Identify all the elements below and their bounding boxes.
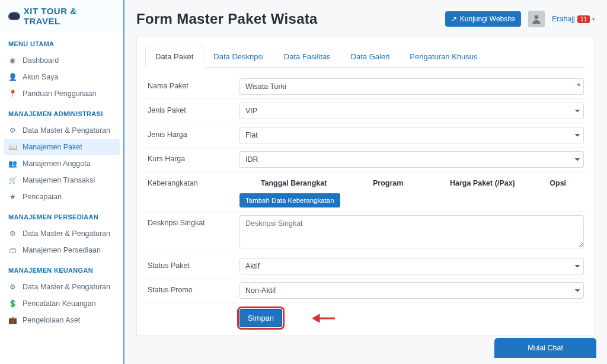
- menu-icon: 📍: [8, 90, 17, 98]
- menu-label: Panduan Penggunaan: [23, 90, 96, 98]
- status-paket-label: Status Paket: [148, 258, 239, 270]
- brand-text: XIT TOUR & TRAVEL: [24, 6, 115, 26]
- menu-label: Data Master & Pengaturan: [23, 283, 110, 291]
- brand-icon: [8, 12, 20, 20]
- menu-icon: 👤: [8, 73, 17, 81]
- jenis-paket-select[interactable]: VIP: [239, 103, 584, 119]
- menu-icon: 📖: [8, 143, 17, 151]
- external-link-icon: ↗: [451, 15, 457, 23]
- visit-website-button[interactable]: ↗ Kunjungi Website: [445, 11, 521, 27]
- sidebar-item[interactable]: ◉Dashboard: [0, 52, 123, 69]
- tab[interactable]: Data Fasilitas: [274, 46, 341, 68]
- sidebar-item[interactable]: 👥Manajemen Anggota: [0, 155, 123, 172]
- jenis-harga-label: Jenis Harga: [148, 127, 239, 139]
- kurs-select[interactable]: IDR: [239, 151, 584, 168]
- sidebar-item[interactable]: 💲Pencatatan Keuangan: [0, 295, 123, 312]
- menu-icon: ◉: [8, 56, 17, 65]
- brand[interactable]: XIT TOUR & TRAVEL: [0, 0, 123, 32]
- user-menu[interactable]: Erahajj 11 ▾: [552, 15, 595, 23]
- menu-label: Pengelolaan Aset: [23, 316, 80, 324]
- required-mark: *: [577, 81, 580, 91]
- sidebar-item[interactable]: 🛒Manajemen Transaksi: [0, 172, 123, 189]
- menu-label: Manajemen Transaksi: [23, 176, 95, 184]
- menu-label: Manajemen Anggota: [23, 159, 91, 168]
- keberangkatan-label: Keberangkatan: [148, 175, 239, 187]
- menu-label: Pencapaian: [23, 193, 62, 201]
- menu-label: Manajemen Persediaan: [23, 246, 101, 254]
- arrow-annotation: [311, 311, 336, 327]
- status-promo-select[interactable]: Non-Aktif: [239, 282, 584, 299]
- sidebar-item[interactable]: ⚙Data Master & Pengaturan: [0, 122, 123, 139]
- nama-paket-label: Nama Paket: [148, 78, 239, 90]
- sidebar-item[interactable]: 🗃Manajemen Persediaan: [0, 242, 123, 258]
- simpan-button[interactable]: Simpan: [239, 309, 282, 327]
- kurs-label: Kurs Harga: [148, 151, 239, 163]
- menu-section-title: MANAJEMEN PERSEDIAAN: [0, 205, 123, 225]
- nama-paket-input[interactable]: [239, 78, 584, 95]
- sidebar-item[interactable]: 💼Pengelolaan Aset: [0, 312, 123, 328]
- avatar[interactable]: [528, 11, 545, 27]
- menu-label: Data Master & Pengaturan: [23, 126, 110, 135]
- menu-section-title: MENU UTAMA: [0, 32, 123, 52]
- tab[interactable]: Pengaturan Khusus: [400, 46, 487, 68]
- status-paket-select[interactable]: Aktif: [239, 258, 584, 274]
- tab[interactable]: Data Deskripsi: [203, 46, 274, 68]
- menu-icon: ⚙: [8, 229, 17, 238]
- sidebar-item[interactable]: ⚙Data Master & Pengaturan: [0, 279, 123, 295]
- notification-badge: 11: [577, 15, 590, 23]
- deskripsi-label: Deskripsi Singkat: [148, 215, 239, 227]
- menu-icon: 👥: [8, 159, 17, 168]
- menu-label: Pencatatan Keuangan: [23, 299, 96, 308]
- menu-icon: ★: [8, 193, 17, 201]
- tambah-keberangkatan-button[interactable]: Tambah Data Keberangkatan: [239, 193, 340, 207]
- departure-table-header: Tanggal Berangkat Program Harga Paket (/…: [239, 175, 584, 193]
- sidebar-item[interactable]: 📖Manajemen Paket: [4, 139, 120, 155]
- menu-icon: 🛒: [8, 176, 17, 184]
- tab[interactable]: Data Paket: [145, 46, 203, 68]
- sidebar-item[interactable]: ⚙Data Master & Pengaturan: [0, 225, 123, 242]
- menu-label: Manajemen Paket: [23, 143, 82, 151]
- sidebar-item[interactable]: 👤Akun Saya: [0, 69, 123, 85]
- chat-widget[interactable]: Mulai Chat: [494, 338, 596, 358]
- sidebar-item[interactable]: 📍Panduan Penggunaan: [0, 85, 123, 102]
- sidebar: XIT TOUR & TRAVEL MENU UTAMA◉Dashboard👤A…: [0, 0, 124, 364]
- jenis-paket-label: Jenis Paket: [148, 103, 239, 114]
- status-promo-label: Status Promo: [148, 282, 239, 294]
- chevron-down-icon: ▾: [592, 16, 595, 22]
- menu-section-title: MANAJEMEN ADMINISTRASI: [0, 102, 123, 122]
- jenis-harga-select[interactable]: Flat: [239, 127, 584, 143]
- menu-label: Data Master & Pengaturan: [23, 229, 110, 238]
- tabs: Data PaketData DeskripsiData FasilitasDa…: [145, 46, 586, 68]
- tab[interactable]: Data Galeri: [341, 46, 400, 68]
- topbar: Form Master Paket Wisata ↗ Kunjungi Webs…: [136, 11, 595, 27]
- page-title: Form Master Paket Wisata: [136, 11, 318, 27]
- menu-section-title: MANAJEMEN KEUANGAN: [0, 258, 123, 279]
- svg-point-0: [535, 15, 539, 19]
- menu-icon: ⚙: [8, 283, 17, 291]
- main-content: Form Master Paket Wisata ↗ Kunjungi Webs…: [124, 0, 607, 364]
- deskripsi-textarea[interactable]: [239, 215, 584, 248]
- menu-icon: 🗃: [8, 246, 17, 254]
- menu-label: Dashboard: [23, 56, 59, 65]
- menu-icon: 💼: [8, 316, 17, 324]
- menu-icon: ⚙: [8, 126, 17, 135]
- form-card: Data PaketData DeskripsiData FasilitasDa…: [136, 37, 595, 336]
- menu-icon: 💲: [8, 299, 17, 308]
- user-icon: [531, 13, 542, 25]
- menu-label: Akun Saya: [23, 73, 58, 81]
- sidebar-item[interactable]: ★Pencapaian: [0, 189, 123, 205]
